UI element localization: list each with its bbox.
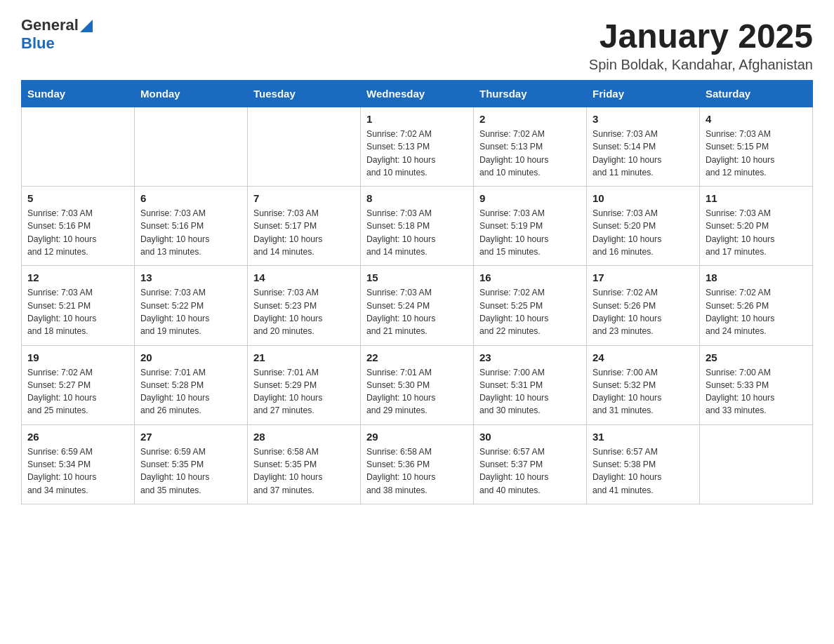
calendar-cell: 16Sunrise: 7:02 AMSunset: 5:25 PMDayligh…: [474, 266, 587, 345]
day-number: 30: [479, 431, 581, 443]
calendar-cell: 20Sunrise: 7:01 AMSunset: 5:28 PMDayligh…: [135, 345, 248, 424]
day-info: Sunrise: 7:03 AMSunset: 5:16 PMDaylight:…: [27, 207, 128, 258]
day-info: Sunrise: 7:00 AMSunset: 5:32 PMDaylight:…: [593, 366, 694, 417]
day-info: Sunrise: 7:01 AMSunset: 5:28 PMDaylight:…: [140, 366, 241, 417]
day-info: Sunrise: 7:03 AMSunset: 5:22 PMDaylight:…: [140, 286, 241, 337]
day-info: Sunrise: 7:00 AMSunset: 5:31 PMDaylight:…: [479, 366, 581, 417]
day-number: 29: [366, 431, 468, 443]
calendar-cell: 10Sunrise: 7:03 AMSunset: 5:20 PMDayligh…: [587, 187, 700, 266]
day-info: Sunrise: 6:58 AMSunset: 5:36 PMDaylight:…: [366, 445, 468, 497]
calendar-cell: 26Sunrise: 6:59 AMSunset: 5:34 PMDayligh…: [22, 424, 135, 504]
calendar-cell: 13Sunrise: 7:03 AMSunset: 5:22 PMDayligh…: [135, 266, 248, 345]
day-info: Sunrise: 7:03 AMSunset: 5:16 PMDaylight:…: [140, 207, 241, 258]
day-info: Sunrise: 7:03 AMSunset: 5:17 PMDaylight:…: [253, 207, 355, 258]
day-number: 19: [27, 351, 128, 363]
calendar-cell: 3Sunrise: 7:03 AMSunset: 5:14 PMDaylight…: [587, 107, 700, 187]
calendar-cell: 31Sunrise: 6:57 AMSunset: 5:38 PMDayligh…: [587, 424, 700, 504]
day-info: Sunrise: 7:03 AMSunset: 5:19 PMDaylight:…: [479, 207, 581, 258]
day-info: Sunrise: 7:03 AMSunset: 5:21 PMDaylight:…: [27, 286, 128, 337]
calendar-week-row: 1Sunrise: 7:02 AMSunset: 5:13 PMDaylight…: [22, 107, 813, 187]
calendar-week-row: 5Sunrise: 7:03 AMSunset: 5:16 PMDaylight…: [22, 187, 813, 266]
day-number: 21: [253, 351, 355, 363]
svg-marker-0: [80, 20, 93, 32]
day-number: 25: [706, 351, 807, 363]
calendar-cell: 2Sunrise: 7:02 AMSunset: 5:13 PMDaylight…: [474, 107, 587, 187]
calendar-table: SundayMondayTuesdayWednesdayThursdayFrid…: [21, 80, 813, 504]
calendar-cell: [248, 107, 361, 187]
calendar-cell: 29Sunrise: 6:58 AMSunset: 5:36 PMDayligh…: [361, 424, 474, 504]
weekday-header-sunday: Sunday: [22, 81, 135, 107]
weekday-header-monday: Monday: [135, 81, 248, 107]
calendar-cell: 12Sunrise: 7:03 AMSunset: 5:21 PMDayligh…: [22, 266, 135, 345]
logo-general-text: General: [21, 16, 79, 34]
day-number: 2: [479, 113, 581, 125]
day-number: 20: [140, 351, 241, 363]
day-number: 18: [706, 271, 807, 283]
calendar-cell: 27Sunrise: 6:59 AMSunset: 5:35 PMDayligh…: [135, 424, 248, 504]
calendar-cell: 11Sunrise: 7:03 AMSunset: 5:20 PMDayligh…: [700, 187, 813, 266]
day-number: 8: [366, 192, 468, 204]
day-number: 27: [140, 431, 241, 443]
day-number: 10: [593, 192, 694, 204]
calendar-cell: 22Sunrise: 7:01 AMSunset: 5:30 PMDayligh…: [361, 345, 474, 424]
weekday-header-thursday: Thursday: [474, 81, 587, 107]
day-info: Sunrise: 7:01 AMSunset: 5:29 PMDaylight:…: [253, 366, 355, 417]
calendar-cell: 5Sunrise: 7:03 AMSunset: 5:16 PMDaylight…: [22, 187, 135, 266]
day-info: Sunrise: 6:58 AMSunset: 5:35 PMDaylight:…: [253, 445, 355, 497]
calendar-cell: 23Sunrise: 7:00 AMSunset: 5:31 PMDayligh…: [474, 345, 587, 424]
calendar-cell: 9Sunrise: 7:03 AMSunset: 5:19 PMDaylight…: [474, 187, 587, 266]
day-info: Sunrise: 7:00 AMSunset: 5:33 PMDaylight:…: [706, 366, 807, 417]
calendar-week-row: 12Sunrise: 7:03 AMSunset: 5:21 PMDayligh…: [22, 266, 813, 345]
day-info: Sunrise: 7:02 AMSunset: 5:27 PMDaylight:…: [27, 366, 128, 417]
weekday-header-saturday: Saturday: [700, 81, 813, 107]
logo-triangle-icon: [80, 20, 93, 35]
location-subtitle: Spin Boldak, Kandahar, Afghanistan: [589, 57, 813, 73]
calendar-cell: 4Sunrise: 7:03 AMSunset: 5:15 PMDaylight…: [700, 107, 813, 187]
logo-blue-text: Blue: [21, 34, 55, 52]
calendar-cell: [700, 424, 813, 504]
weekday-header-wednesday: Wednesday: [361, 81, 474, 107]
calendar-cell: 19Sunrise: 7:02 AMSunset: 5:27 PMDayligh…: [22, 345, 135, 424]
day-number: 13: [140, 271, 241, 283]
calendar-week-row: 26Sunrise: 6:59 AMSunset: 5:34 PMDayligh…: [22, 424, 813, 504]
day-number: 7: [253, 192, 355, 204]
day-number: 6: [140, 192, 241, 204]
day-number: 11: [706, 192, 807, 204]
day-info: Sunrise: 7:01 AMSunset: 5:30 PMDaylight:…: [366, 366, 468, 417]
page-header: General Blue January 2025 Spin Boldak, K…: [21, 17, 813, 73]
calendar-cell: 21Sunrise: 7:01 AMSunset: 5:29 PMDayligh…: [248, 345, 361, 424]
calendar-cell: 28Sunrise: 6:58 AMSunset: 5:35 PMDayligh…: [248, 424, 361, 504]
calendar-cell: 14Sunrise: 7:03 AMSunset: 5:23 PMDayligh…: [248, 266, 361, 345]
calendar-cell: 6Sunrise: 7:03 AMSunset: 5:16 PMDaylight…: [135, 187, 248, 266]
day-info: Sunrise: 7:03 AMSunset: 5:24 PMDaylight:…: [366, 286, 468, 337]
day-number: 5: [27, 192, 128, 204]
month-title: January 2025: [589, 17, 813, 55]
day-number: 23: [479, 351, 581, 363]
day-info: Sunrise: 7:03 AMSunset: 5:20 PMDaylight:…: [706, 207, 807, 258]
calendar-cell: [135, 107, 248, 187]
calendar-cell: [22, 107, 135, 187]
calendar-cell: 17Sunrise: 7:02 AMSunset: 5:26 PMDayligh…: [587, 266, 700, 345]
day-info: Sunrise: 7:02 AMSunset: 5:25 PMDaylight:…: [479, 286, 581, 337]
weekday-header-friday: Friday: [587, 81, 700, 107]
title-block: January 2025 Spin Boldak, Kandahar, Afgh…: [589, 17, 813, 73]
day-info: Sunrise: 7:03 AMSunset: 5:14 PMDaylight:…: [593, 128, 694, 179]
day-number: 15: [366, 271, 468, 283]
calendar-cell: 7Sunrise: 7:03 AMSunset: 5:17 PMDaylight…: [248, 187, 361, 266]
calendar-cell: 1Sunrise: 7:02 AMSunset: 5:13 PMDaylight…: [361, 107, 474, 187]
day-number: 31: [593, 431, 694, 443]
day-number: 4: [706, 113, 807, 125]
calendar-cell: 30Sunrise: 6:57 AMSunset: 5:37 PMDayligh…: [474, 424, 587, 504]
day-info: Sunrise: 7:02 AMSunset: 5:13 PMDaylight:…: [366, 128, 468, 179]
day-info: Sunrise: 7:02 AMSunset: 5:13 PMDaylight:…: [479, 128, 581, 179]
day-number: 17: [593, 271, 694, 283]
day-info: Sunrise: 7:03 AMSunset: 5:18 PMDaylight:…: [366, 207, 468, 258]
day-info: Sunrise: 6:59 AMSunset: 5:34 PMDaylight:…: [27, 445, 128, 497]
day-number: 26: [27, 431, 128, 443]
logo: General Blue: [21, 17, 93, 52]
day-number: 9: [479, 192, 581, 204]
calendar-cell: 18Sunrise: 7:02 AMSunset: 5:26 PMDayligh…: [700, 266, 813, 345]
day-info: Sunrise: 6:59 AMSunset: 5:35 PMDaylight:…: [140, 445, 241, 497]
day-number: 22: [366, 351, 468, 363]
day-info: Sunrise: 7:03 AMSunset: 5:20 PMDaylight:…: [593, 207, 694, 258]
